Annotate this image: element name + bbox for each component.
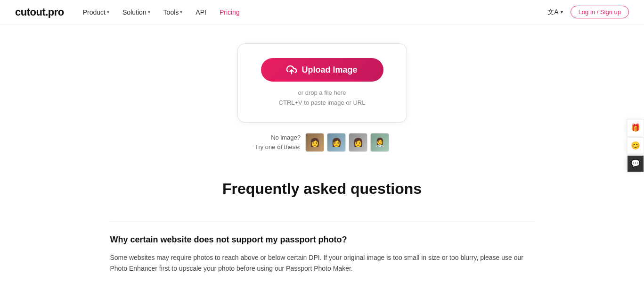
chevron-down-icon: ▾	[148, 9, 150, 15]
drop-hint: or drop a file here CTRL+V to paste imag…	[279, 88, 366, 108]
chevron-down-icon: ▾	[561, 9, 563, 15]
gift-button[interactable]: 🎁	[627, 119, 644, 136]
sample-images: 👩 👩 👩 👩‍⚕️	[305, 133, 389, 152]
nav-api[interactable]: API	[196, 8, 206, 16]
faq-answer: Some websites may require photos to reac…	[110, 252, 534, 275]
nav-tools[interactable]: Tools ▾	[163, 8, 183, 16]
navbar: cutout.pro Product ▾ Solution ▾ Tools ▾ …	[0, 0, 644, 25]
sample-image-1[interactable]: 👩	[305, 133, 324, 152]
sample-label: No image? Try one of these:	[255, 133, 301, 151]
chevron-down-icon: ▾	[107, 9, 109, 15]
sample-image-3[interactable]: 👩	[349, 133, 367, 152]
chevron-down-icon: ▾	[180, 9, 182, 15]
faq-section: Frequently asked questions Why certain w…	[110, 180, 534, 275]
faq-title: Frequently asked questions	[110, 180, 534, 198]
sample-image-4[interactable]: 👩‍⚕️	[370, 133, 389, 152]
sample-images-row: No image? Try one of these: 👩 👩 👩 👩‍⚕️	[255, 133, 389, 152]
upload-button[interactable]: Upload Image	[261, 58, 383, 82]
upload-card: Upload Image or drop a file here CTRL+V …	[237, 43, 407, 123]
login-button[interactable]: Log in / Sign up	[571, 6, 629, 18]
nav-product[interactable]: Product ▾	[83, 8, 109, 16]
main-content: Upload Image or drop a file here CTRL+V …	[0, 25, 644, 291]
nav-right: 文A ▾ Log in / Sign up	[547, 6, 629, 18]
nav-pricing[interactable]: Pricing	[220, 8, 240, 16]
face-button[interactable]: 😊	[627, 137, 644, 154]
side-buttons: 🎁 😊 💬	[627, 119, 644, 172]
faq-item: Why certain website does not support my …	[110, 221, 534, 275]
nav-links: Product ▾ Solution ▾ Tools ▾ API Pricing	[83, 8, 548, 16]
nav-solution[interactable]: Solution ▾	[122, 8, 150, 16]
chat-button[interactable]: 💬	[627, 155, 644, 172]
logo[interactable]: cutout.pro	[15, 6, 64, 18]
faq-question: Why certain website does not support my …	[110, 235, 534, 245]
language-switcher[interactable]: 文A ▾	[547, 8, 562, 17]
sample-image-2[interactable]: 👩	[327, 133, 346, 152]
upload-icon	[286, 65, 297, 75]
